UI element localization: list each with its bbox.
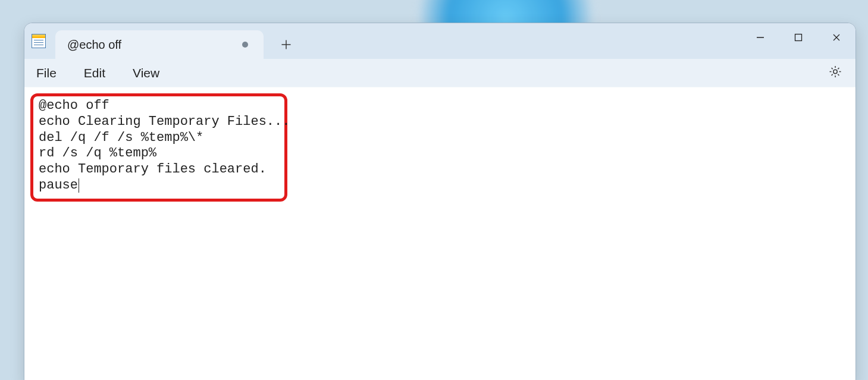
editor-area[interactable]: @echo off echo Clearing Temporary Files.… xyxy=(24,87,856,380)
editor-line: rd /s /q %temp% xyxy=(39,146,156,161)
editor-line: del /q /f /s %temp%\* xyxy=(39,130,203,145)
window-controls xyxy=(741,23,856,52)
close-button[interactable] xyxy=(817,23,856,52)
menu-file[interactable]: File xyxy=(36,66,57,80)
editor-text[interactable]: @echo off echo Clearing Temporary Files.… xyxy=(33,95,847,197)
minimize-button[interactable] xyxy=(741,23,779,52)
menubar: File Edit View xyxy=(24,59,856,87)
notepad-app-icon xyxy=(32,34,46,48)
svg-rect-0 xyxy=(795,34,802,41)
titlebar: @echo off xyxy=(24,23,856,59)
settings-button[interactable] xyxy=(828,64,842,81)
maximize-button[interactable] xyxy=(779,23,817,52)
editor-line: echo Clearing Temporary Files... xyxy=(39,114,290,129)
notepad-window: @echo off File Edit View xyxy=(24,23,856,380)
menu-view[interactable]: View xyxy=(133,66,159,80)
editor-line: @echo off xyxy=(39,98,109,113)
svg-point-1 xyxy=(833,70,837,73)
editor-line: pause xyxy=(39,178,78,193)
document-tab[interactable]: @echo off xyxy=(55,30,264,59)
tab-title: @echo off xyxy=(67,38,235,52)
new-tab-button[interactable] xyxy=(272,30,300,59)
unsaved-indicator-icon xyxy=(242,42,248,48)
text-cursor xyxy=(79,178,79,193)
menu-edit[interactable]: Edit xyxy=(84,66,105,80)
editor-line: echo Temporary files cleared. xyxy=(39,162,267,177)
